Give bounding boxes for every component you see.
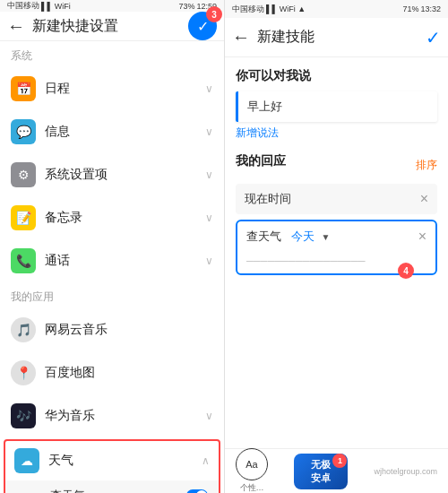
right-page-title: 新建技能 — [257, 28, 426, 47]
speech-section-title: 你可以对我说 — [236, 68, 437, 84]
wifi-right: WiFi ▲ — [280, 4, 306, 13]
item-notes[interactable]: 📝 备忘录 ∨ — [0, 196, 224, 239]
add-expression-btn[interactable]: 新增说法 — [236, 125, 437, 141]
sort-button[interactable]: 排序 — [416, 158, 437, 173]
query-text: 查天气 — [246, 229, 281, 243]
today-text: 今天 — [291, 229, 314, 243]
notes-label: 备忘录 — [45, 210, 205, 226]
confirm-button[interactable]: ✓ 3 — [188, 12, 217, 40]
item-netease[interactable]: 🎵 网易云音乐 — [0, 308, 224, 351]
item-calendar[interactable]: 📅 日程 ∨ — [0, 67, 224, 110]
personality-icon-text: Aa — [246, 459, 257, 470]
personality-label: 个性… — [240, 482, 264, 493]
phone-icon: 📞 — [11, 248, 36, 273]
response-item-weather: 查天气 今天 ▼ × ───────────────── 4 — [236, 220, 437, 275]
hw-music-label: 华为音乐 — [45, 408, 205, 424]
chevron-notes: ∨ — [205, 212, 213, 224]
message-icon: 💬 — [11, 119, 36, 144]
time-right: 13:32 — [420, 4, 441, 13]
chevron-phone: ∨ — [205, 255, 213, 267]
battery-right: 71% — [402, 4, 418, 13]
badge-1: 1 — [332, 454, 347, 468]
right-panel: 中国移动 ▌▌ WiFi ▲ 71% 13:32 ← 新建技能 ✓ 你可以对我说… — [224, 0, 448, 493]
item-weather[interactable]: ☁ 天气 ∧ — [5, 441, 219, 480]
back-button-right[interactable]: ← — [232, 27, 250, 48]
system-section-label: 系统 — [0, 41, 224, 67]
watermark-text: wjhotelgroup.com — [374, 467, 437, 476]
baidu-map-label: 百度地图 — [45, 365, 213, 381]
close-weather-btn[interactable]: × — [418, 229, 426, 245]
bottom-bar: Aa 个性… 无极安卓 1 wjhotelgroup.com — [225, 448, 448, 493]
right-status-left: 中国移动 ▌▌ WiFi ▲ — [232, 4, 306, 15]
response-section-title: 我的回应 — [236, 153, 286, 169]
weather-label: 天气 — [48, 453, 202, 469]
weather-icon: ☁ — [14, 448, 39, 473]
sub-item-check-weather[interactable]: 查天气 2 — [5, 480, 219, 493]
chevron-message: ∨ — [205, 125, 213, 138]
hw-music-icon: 🎶 — [11, 403, 36, 428]
settings-label: 系统设置项 — [45, 167, 205, 183]
response-header: 我的回应 排序 — [236, 153, 437, 177]
item-settings[interactable]: ⚙ 系统设置项 ∨ — [0, 153, 224, 196]
item-message[interactable]: 💬 信息 ∨ — [0, 110, 224, 153]
right-content: 你可以对我说 早上好 新增说法 我的回应 排序 现在时间 × 查天气 今天 — [225, 57, 448, 448]
back-button-left[interactable]: ← — [7, 16, 25, 37]
message-label: 信息 — [45, 124, 205, 140]
item-baidu-map[interactable]: 📍 百度地图 — [0, 351, 224, 394]
speech-item: 早上好 — [236, 91, 437, 122]
right-header: ← 新建技能 ✓ — [225, 18, 448, 57]
response-section: 我的回应 排序 现在时间 × 查天气 今天 ▼ × — [236, 153, 437, 275]
battery-left: 73% — [178, 2, 194, 11]
personality-btn[interactable]: Aa 个性… — [236, 448, 268, 493]
wifi-left: WiFi — [55, 2, 71, 11]
left-page-title: 新建快捷设置 — [32, 17, 188, 36]
chevron-weather: ∧ — [202, 454, 210, 467]
phone-label: 通话 — [45, 253, 205, 269]
signal-right: ▌▌ — [266, 4, 278, 13]
carrier-right: 中国移动 — [232, 4, 264, 15]
dropdown-arrow-icon[interactable]: ▼ — [321, 232, 330, 242]
close-time-btn[interactable]: × — [420, 191, 428, 207]
right-confirm-button[interactable]: ✓ — [426, 27, 441, 48]
item-phone[interactable]: 📞 通话 ∨ — [0, 239, 224, 282]
response-item-time: 现在时间 × — [236, 184, 437, 214]
right-status-bar: 中国移动 ▌▌ WiFi ▲ 71% 13:32 — [225, 0, 448, 18]
badge-4: 4 — [398, 263, 414, 279]
left-status-bar: 中国移动 ▌▌ WiFi 73% 12:59 — [0, 0, 224, 12]
signal-left: ▌▌ — [41, 2, 53, 11]
weather-group: ☁ 天气 ∧ 查天气 2 — [4, 439, 220, 493]
weather-toggle[interactable] — [186, 489, 208, 493]
response-text-time: 现在时间 — [245, 191, 420, 207]
netease-icon: 🎵 — [11, 317, 36, 342]
calendar-label: 日程 — [45, 81, 205, 97]
check-icon: ✓ — [197, 18, 209, 35]
settings-icon: ⚙ — [11, 162, 36, 187]
carrier-left: 中国移动 — [7, 0, 39, 12]
calendar-icon: 📅 — [11, 76, 36, 101]
chevron-calendar: ∨ — [205, 82, 213, 95]
badge-3: 3 — [206, 6, 222, 22]
notes-icon: 📝 — [11, 205, 36, 230]
chevron-settings: ∨ — [205, 169, 213, 181]
item-hw-music[interactable]: 🎶 华为音乐 ∨ — [0, 394, 224, 437]
weather-query-tag: 查天气 今天 ▼ — [246, 229, 418, 245]
check-weather-label: 查天气 — [50, 488, 186, 493]
personality-icon: Aa — [236, 448, 268, 480]
chevron-hwmusic: ∨ — [205, 410, 213, 422]
left-header: ← 新建快捷设置 ✓ 3 — [0, 12, 224, 41]
weather-response-header: 查天气 今天 ▼ × — [237, 221, 435, 252]
baidu-map-icon: 📍 — [11, 360, 36, 385]
status-left: 中国移动 ▌▌ WiFi — [7, 0, 71, 12]
apps-section-label: 我的应用 — [0, 282, 224, 308]
netease-label: 网易云音乐 — [45, 322, 213, 338]
left-panel: 中国移动 ▌▌ WiFi 73% 12:59 ← 新建快捷设置 ✓ 3 系统 📅… — [0, 0, 224, 493]
right-status-right: 71% 13:32 — [402, 4, 441, 13]
add-response-area: 无极安卓 1 — [268, 454, 374, 489]
